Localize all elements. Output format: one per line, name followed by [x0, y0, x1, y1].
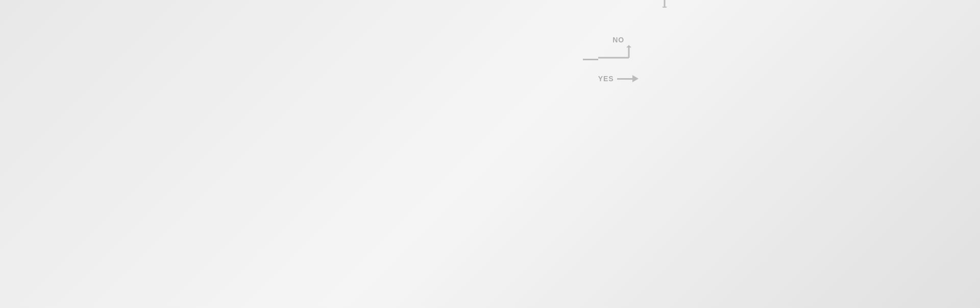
no-label: NO — [612, 36, 624, 44]
svg-marker-11 — [626, 45, 631, 48]
no-h-line — [583, 59, 598, 60]
no-curved-svg — [593, 0, 675, 8]
no-yes-connector: NO YES — [583, 36, 639, 83]
yes-arrow-tip — [632, 75, 639, 82]
yes-h-line — [617, 78, 632, 80]
no-path-row: NO YES — [583, 36, 639, 83]
no-branch: NO — [598, 36, 639, 70]
no-yes-branches: NO YES — [598, 36, 639, 83]
yes-branch: YES — [598, 75, 639, 83]
yes-label: YES — [598, 75, 614, 83]
svg-marker-14 — [662, 7, 667, 8]
no-arrow-svg — [598, 45, 639, 70]
